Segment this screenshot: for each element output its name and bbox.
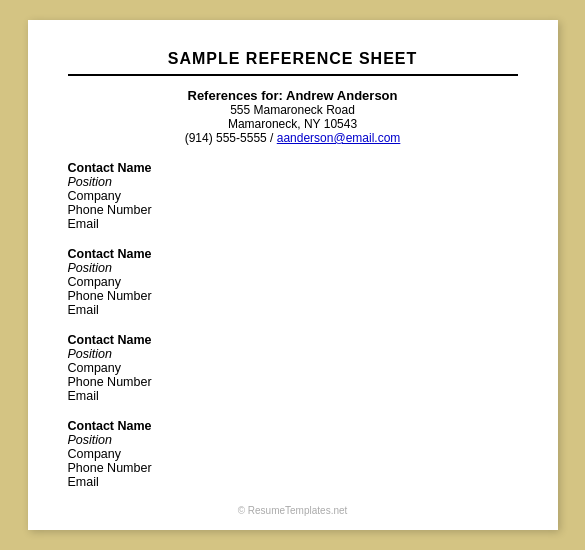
reference-block-1: Contact Name Position Company Phone Numb…	[68, 161, 518, 231]
references-header: References for: Andrew Anderson 555 Mama…	[68, 88, 518, 145]
page-title: SAMPLE REFERENCE SHEET	[68, 50, 518, 68]
ref-position-4: Position	[68, 433, 518, 447]
document-page: SAMPLE REFERENCE SHEET References for: A…	[28, 20, 558, 530]
ref-email-2: Email	[68, 303, 518, 317]
contact-line: (914) 555-5555 / aanderson@email.com	[68, 131, 518, 145]
title-divider	[68, 74, 518, 76]
reference-block-2: Contact Name Position Company Phone Numb…	[68, 247, 518, 317]
ref-phone-2: Phone Number	[68, 289, 518, 303]
ref-position-3: Position	[68, 347, 518, 361]
ref-email-1: Email	[68, 217, 518, 231]
reference-block-3: Contact Name Position Company Phone Numb…	[68, 333, 518, 403]
references-person-name: Andrew Anderson	[286, 88, 397, 103]
address-line-2: Mamaroneck, NY 10543	[68, 117, 518, 131]
ref-phone-3: Phone Number	[68, 375, 518, 389]
ref-company-2: Company	[68, 275, 518, 289]
reference-block-4: Contact Name Position Company Phone Numb…	[68, 419, 518, 489]
references-for-text: References for:	[188, 88, 283, 103]
ref-contact-name-2: Contact Name	[68, 247, 518, 261]
phone-number: (914) 555-5555	[185, 131, 267, 145]
ref-contact-name-3: Contact Name	[68, 333, 518, 347]
watermark: © ResumeTemplates.net	[68, 505, 518, 516]
references-for-label: References for: Andrew Anderson	[68, 88, 518, 103]
ref-email-4: Email	[68, 475, 518, 489]
ref-contact-name-1: Contact Name	[68, 161, 518, 175]
address-line-1: 555 Mamaroneck Road	[68, 103, 518, 117]
separator: /	[270, 131, 277, 145]
references-list: Contact Name Position Company Phone Numb…	[68, 161, 518, 489]
ref-company-1: Company	[68, 189, 518, 203]
ref-phone-4: Phone Number	[68, 461, 518, 475]
email-link[interactable]: aanderson@email.com	[277, 131, 401, 145]
ref-contact-name-4: Contact Name	[68, 419, 518, 433]
ref-company-3: Company	[68, 361, 518, 375]
ref-email-3: Email	[68, 389, 518, 403]
ref-position-2: Position	[68, 261, 518, 275]
ref-phone-1: Phone Number	[68, 203, 518, 217]
ref-company-4: Company	[68, 447, 518, 461]
ref-position-1: Position	[68, 175, 518, 189]
